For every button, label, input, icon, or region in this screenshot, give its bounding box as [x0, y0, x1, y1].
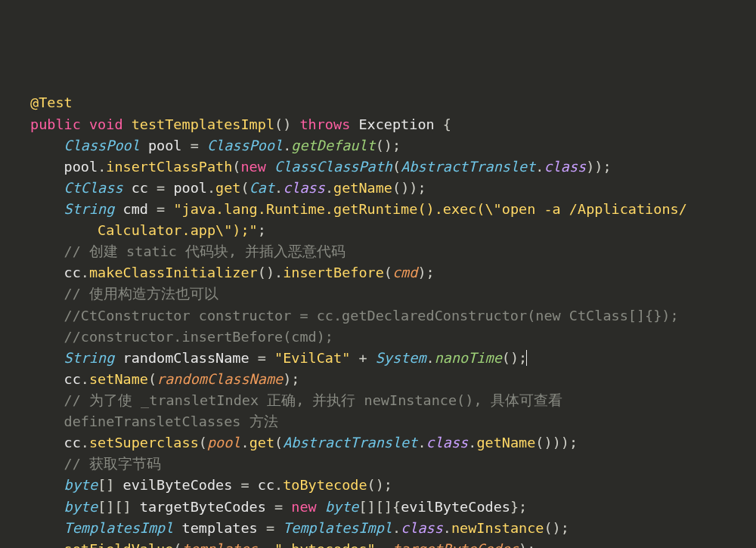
field: class	[283, 180, 325, 196]
comment: //CtConstructor constructor = cc.getDecl…	[64, 308, 679, 324]
exc-type: Exception	[358, 116, 434, 132]
type: ClassPool	[64, 138, 140, 153]
var: cc	[64, 265, 81, 280]
method-name: testTemplatesImpl	[132, 116, 274, 132]
var: evilByteCodes	[401, 499, 510, 515]
type: AbstractTranslet	[401, 159, 535, 175]
method: getName	[476, 435, 535, 450]
var: targetByteCodes	[140, 499, 266, 515]
type: AbstractTranslet	[283, 435, 417, 450]
var: cc	[132, 180, 148, 196]
comment: //constructor.insertBefore(cmd);	[64, 329, 333, 345]
method: newInstance	[451, 520, 544, 536]
type: TemplatesImpl	[64, 520, 174, 536]
string: Calculator.app\");"	[98, 222, 258, 238]
var: randomClassName	[123, 350, 249, 366]
class: System	[376, 350, 426, 366]
type: ClassPool	[207, 138, 283, 153]
var: pool	[148, 138, 182, 153]
var: cmd	[123, 201, 148, 217]
var: pool	[173, 180, 207, 196]
fn: setFieldValue	[64, 541, 174, 548]
type: String	[64, 201, 115, 217]
method: get	[215, 180, 240, 196]
kw-new: new	[240, 159, 265, 175]
comment: // 为了使 _transletIndex 正确, 并执行 newInstanc…	[64, 392, 562, 408]
method: getDefault	[291, 138, 375, 153]
method: setSuperclass	[89, 435, 199, 450]
ctor: ClassClassPath	[274, 159, 392, 175]
method: toBytecode	[283, 477, 367, 493]
comment: // 创建 static 代码块, 并插入恶意代码	[64, 243, 346, 259]
method: setName	[89, 371, 148, 387]
type: byte	[64, 499, 98, 515]
field: class	[401, 520, 443, 536]
var: pool	[64, 159, 98, 175]
method: get	[249, 435, 274, 450]
var: cc	[258, 477, 274, 493]
code-block: @Test public void testTemplatesImpl() th…	[30, 92, 756, 548]
arg: templates	[182, 541, 258, 548]
method: nanoTime	[435, 350, 502, 366]
field: class	[426, 435, 469, 450]
string: "_bytecodes"	[274, 541, 376, 548]
arg: pool	[207, 435, 241, 450]
type: byte	[64, 477, 98, 493]
type: byte	[325, 499, 359, 515]
type: String	[64, 350, 115, 366]
annotation: @Test	[30, 94, 73, 110]
kw-public: public	[30, 116, 81, 132]
kw-void: void	[89, 116, 123, 132]
comment: // 使用构造方法也可以	[64, 286, 218, 302]
string: "java.lang.Runtime.getRuntime().exec(\"o…	[173, 201, 686, 217]
var: cc	[64, 371, 81, 387]
comment: defineTransletClasses 方法	[64, 413, 278, 429]
type: TemplatesImpl	[283, 520, 392, 536]
type: CtClass	[64, 180, 123, 196]
var: templates	[182, 520, 258, 536]
var: evilByteCodes	[123, 477, 233, 493]
kw-throws: throws	[299, 116, 350, 132]
string: "EvilCat"	[274, 350, 350, 366]
field: class	[544, 159, 586, 175]
method: insertClassPath	[106, 159, 232, 175]
text-cursor	[526, 350, 527, 365]
comment: // 获取字节码	[64, 456, 161, 472]
arg: cmd	[392, 265, 417, 280]
method: makeClassInitializer	[89, 265, 258, 280]
arg: targetByteCodes	[392, 541, 519, 548]
type: Cat	[249, 180, 274, 196]
method: insertBefore	[283, 265, 384, 280]
method: getName	[333, 180, 392, 196]
var: cc	[64, 435, 81, 450]
arg: randomClassName	[156, 371, 283, 387]
kw-new: new	[291, 499, 316, 515]
